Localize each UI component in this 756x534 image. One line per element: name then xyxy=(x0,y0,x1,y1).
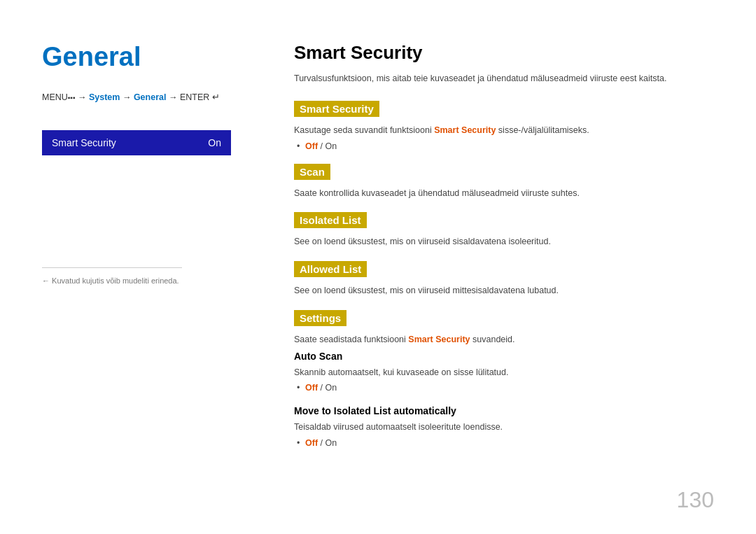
highlight-off-auto: Off xyxy=(305,383,318,393)
desc-auto-scan: Skannib automaatselt, kui kuvaseade on s… xyxy=(294,366,714,379)
heading-isolated-list: Isolated List xyxy=(294,212,367,228)
page-container: General MENU▪▪▪ → System → General → ENT… xyxy=(0,0,756,534)
heading-settings: Settings xyxy=(294,310,346,326)
bullet-list-smart-security: Off / On xyxy=(294,141,714,151)
desc-isolated-list: See on loend üksustest, mis on viiruseid… xyxy=(294,235,714,248)
highlight-settings-smart-security: Smart Security xyxy=(408,335,470,344)
highlight-off: Off xyxy=(305,141,318,151)
desc-smart-security: Kasutage seda suvandit funktsiooni Smart… xyxy=(294,124,714,137)
desc-scan: Saate kontrollida kuvaseadet ja ühendatu… xyxy=(294,187,714,200)
intro-text: Turvalsusfunktsioon, mis aitab teie kuva… xyxy=(294,72,714,85)
menu-general: General xyxy=(134,92,167,102)
menu-item-row[interactable]: Smart Security On xyxy=(42,130,231,155)
menu-prefix: MENU xyxy=(42,92,68,102)
section-smart-security: Smart Security Kasutage seda suvandit fu… xyxy=(294,101,714,151)
bullet-list-auto-scan: Off / On xyxy=(294,383,714,393)
menu-item-value: On xyxy=(208,137,221,148)
menu-arrow3: → xyxy=(169,92,180,102)
heading-smart-security: Smart Security xyxy=(294,101,379,117)
sub-heading-move-isolated: Move to Isolated List automatically xyxy=(294,405,714,416)
menu-arrow2: → xyxy=(122,92,134,102)
bullet-item-auto-scan: Off / On xyxy=(305,383,714,393)
left-footnote: ← Kuvatud kujutis võib mudeliti erineda. xyxy=(42,276,252,285)
page-number: 130 xyxy=(677,487,714,513)
menu-path: MENU▪▪▪ → System → General → ENTER ↵ xyxy=(42,92,252,102)
section-scan: Scan Saate kontrollida kuvaseadet ja ühe… xyxy=(294,164,714,200)
sub-section-auto-scan: Auto Scan Skannib automaatselt, kui kuva… xyxy=(294,351,714,393)
menu-enter: ENTER ↵ xyxy=(180,92,220,102)
sub-heading-auto-scan: Auto Scan xyxy=(294,351,714,362)
section-settings: Settings Saate seadistada funktsiooni Sm… xyxy=(294,310,714,448)
main-title: Smart Security xyxy=(294,42,714,64)
section-isolated-list: Isolated List See on loend üksustest, mi… xyxy=(294,212,714,248)
heading-scan: Scan xyxy=(294,164,330,180)
page-title: General xyxy=(42,42,252,72)
highlight-off-move: Off xyxy=(305,438,318,448)
bullet-list-move-isolated: Off / On xyxy=(294,438,714,448)
bullet-item: Off / On xyxy=(305,141,714,151)
highlight-smart-security: Smart Security xyxy=(434,125,496,135)
desc-settings: Saate seadistada funktsiooni Smart Secur… xyxy=(294,333,714,346)
left-divider xyxy=(42,267,182,268)
sub-section-move-isolated: Move to Isolated List automatically Teis… xyxy=(294,405,714,448)
bullet-item-move-isolated: Off / On xyxy=(305,438,714,448)
desc-allowed-list: See on loend üksustest, mis on viiruseid… xyxy=(294,284,714,297)
menu-item-label: Smart Security xyxy=(52,137,116,148)
menu-system: System xyxy=(89,92,120,102)
left-panel: General MENU▪▪▪ → System → General → ENT… xyxy=(42,42,280,506)
menu-arrow1: → xyxy=(78,92,89,102)
heading-allowed-list: Allowed List xyxy=(294,261,367,277)
desc-move-isolated: Teisaldab viirused automaatselt isoleeri… xyxy=(294,421,714,434)
right-panel: Smart Security Turvalsusfunktsioon, mis … xyxy=(280,42,714,506)
section-allowed-list: Allowed List See on loend üksustest, mis… xyxy=(294,261,714,297)
